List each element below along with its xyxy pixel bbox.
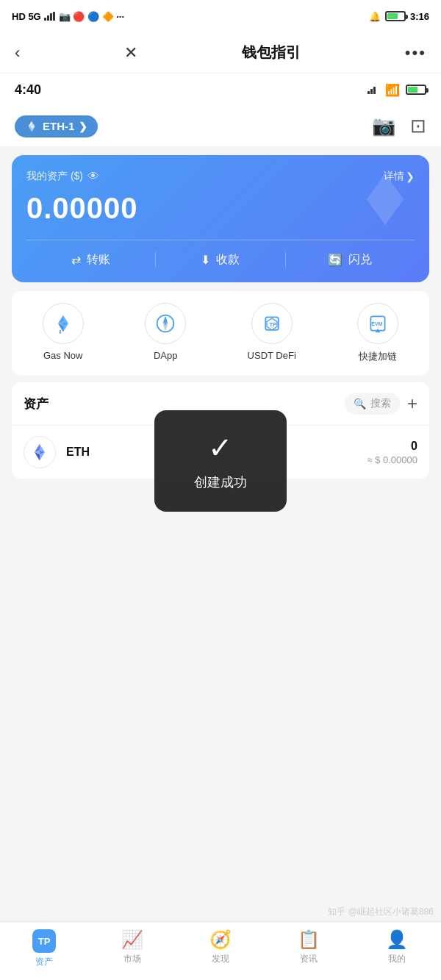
detail-chevron-icon: ❯ — [406, 171, 415, 182]
main-content: 4:40 📶 — [0, 74, 441, 921]
profile-icon: 👤 — [386, 929, 408, 950]
chain-name: ETH-1 — [43, 120, 74, 132]
eth-values: 0 ≈ $ 0.00000 — [367, 440, 417, 465]
quick-action-dapp[interactable]: DApp — [145, 303, 186, 363]
discover-icon: 🧭 — [209, 929, 232, 950]
svg-rect-2 — [50, 13, 52, 21]
eth-amount: 0 — [367, 440, 417, 453]
nav-discover-label: 发现 — [212, 953, 229, 965]
asset-actions: ⇄ 转账 ⬇ 收款 🔄 闪兑 — [26, 240, 415, 268]
nav-news-label: 资讯 — [300, 953, 318, 965]
more-button[interactable]: ••• — [405, 43, 426, 62]
eth-name: ETH — [66, 446, 367, 459]
gas-now-label: Gas Now — [43, 350, 82, 361]
quick-action-evm-chain[interactable]: EVM 快捷加链 — [357, 303, 398, 363]
eth-usd: ≈ $ 0.00000 — [367, 454, 417, 465]
chain-actions: 📷 ⊡ — [372, 115, 426, 137]
nav-item-profile[interactable]: 👤 我的 — [353, 929, 441, 965]
status-icons: 📷 🔴 🔵 🔶 ··· — [59, 11, 124, 22]
dapp-icon-circle — [145, 303, 186, 344]
scan-button[interactable]: ⊡ — [410, 115, 426, 137]
eth-icon — [24, 436, 56, 468]
assets-title: 资产 — [24, 396, 49, 412]
chain-selector-row: ETH-1 ❯ 📷 ⊡ — [0, 106, 441, 146]
status-carrier: HD 5G 📷 🔴 🔵 🔶 ··· — [12, 11, 124, 22]
nav-assets-label: 资产 — [35, 956, 53, 968]
svg-text:⬇: ⬇ — [58, 329, 62, 334]
svg-rect-4 — [368, 91, 370, 94]
quick-action-usdt-defi[interactable]: TP USDT DeFi — [248, 303, 296, 363]
evm-icon: EVM — [368, 313, 388, 334]
svg-text:TP: TP — [269, 321, 276, 328]
svg-point-29 — [164, 322, 167, 325]
transfer-button[interactable]: ⇄ 转账 — [26, 252, 155, 268]
camera-button[interactable]: 📷 — [372, 115, 395, 137]
clock-time: 3:16 — [410, 11, 429, 22]
chain-badge[interactable]: ETH-1 ❯ — [15, 115, 98, 137]
back-button[interactable]: ‹ — [15, 43, 20, 62]
dapp-compass-icon — [155, 313, 176, 334]
quick-action-gas-now[interactable]: ⬇ Gas Now — [43, 303, 84, 363]
eth-logo-icon — [29, 442, 50, 462]
phone-screen: 4:40 📶 — [0, 74, 441, 479]
eth-gas-icon: ⬇ — [53, 313, 74, 334]
svg-rect-3 — [53, 12, 55, 21]
detail-link[interactable]: 详情 ❯ — [384, 170, 415, 183]
signal-icon — [44, 12, 56, 21]
market-icon: 📈 — [121, 929, 143, 950]
inner-time: 4:40 — [15, 82, 41, 98]
asset-item-eth[interactable]: ETH 0 ≈ $ 0.00000 — [12, 425, 429, 479]
inner-wifi-icon: 📶 — [385, 83, 400, 97]
nav-item-news[interactable]: 📋 资讯 — [265, 929, 353, 965]
usdt-defi-label: USDT DeFi — [248, 350, 296, 361]
evm-chain-icon-circle: EVM — [357, 303, 398, 344]
receive-button[interactable]: ⬇ 收款 — [156, 252, 284, 268]
evm-chain-label: 快捷加链 — [359, 350, 397, 363]
transfer-icon: ⇄ — [71, 253, 81, 267]
watermark: 知乎 @崛起社区小诸葛886 — [328, 906, 434, 918]
svg-rect-1 — [47, 15, 49, 21]
quick-actions-grid: ⬇ Gas Now DApp — [12, 291, 429, 375]
nav-item-assets[interactable]: TP 资产 — [0, 929, 88, 968]
page-title: 钱包指引 — [242, 43, 301, 62]
search-icon: 🔍 — [354, 398, 366, 409]
assets-search-area: 🔍 搜索 + — [345, 393, 417, 415]
tp-logo-icon: TP — [32, 929, 56, 953]
bell-icon: 🔔 — [369, 11, 381, 22]
eth-small-icon — [25, 120, 38, 133]
inner-signal-icon — [368, 85, 379, 94]
status-bar: HD 5G 📷 🔴 🔵 🔶 ··· 🔔 3:16 — [0, 0, 441, 32]
asset-label: 我的资产 ($) 👁 — [26, 170, 99, 183]
nav-item-market[interactable]: 📈 市场 — [88, 929, 176, 965]
nav-profile-label: 我的 — [388, 953, 406, 965]
carrier-text: HD 5G — [12, 11, 41, 22]
inner-status-icons: 📶 — [368, 83, 426, 97]
svg-rect-0 — [44, 18, 46, 21]
svg-rect-6 — [373, 87, 376, 94]
receive-icon: ⬇ — [201, 253, 210, 267]
close-button[interactable]: ✕ — [124, 43, 137, 62]
nav-market-label: 市场 — [123, 953, 141, 965]
svg-text:EVM: EVM — [372, 321, 383, 326]
swap-button[interactable]: 🔄 闪兑 — [286, 252, 415, 268]
dapp-label: DApp — [154, 350, 178, 361]
bottom-nav: TP 资产 📈 市场 🧭 发现 📋 资讯 👤 我的 — [0, 921, 441, 980]
chain-chevron-icon: ❯ — [79, 121, 87, 132]
nav-item-discover[interactable]: 🧭 发现 — [176, 929, 265, 965]
gas-now-icon-circle: ⬇ — [43, 303, 84, 344]
inner-battery-icon — [406, 85, 426, 95]
add-asset-button[interactable]: + — [407, 393, 417, 414]
usdt-defi-icon: TP — [262, 313, 282, 334]
eye-icon[interactable]: 👁 — [87, 170, 99, 183]
battery-icon — [385, 11, 406, 21]
svg-rect-5 — [370, 89, 373, 94]
news-icon: 📋 — [298, 929, 320, 950]
asset-card: 我的资产 ($) 👁 详情 ❯ 0.00000 ⇄ 转账 ⬇ 收款 — [12, 155, 429, 282]
assets-section: 资产 🔍 搜索 + — [12, 382, 429, 479]
search-placeholder: 搜索 — [370, 397, 391, 410]
swap-icon: 🔄 — [328, 253, 343, 267]
inner-status-bar: 4:40 📶 — [0, 74, 441, 106]
search-box[interactable]: 🔍 搜索 — [345, 393, 400, 415]
status-right: 🔔 3:16 — [369, 11, 429, 22]
usdt-defi-icon-circle: TP — [251, 303, 293, 344]
